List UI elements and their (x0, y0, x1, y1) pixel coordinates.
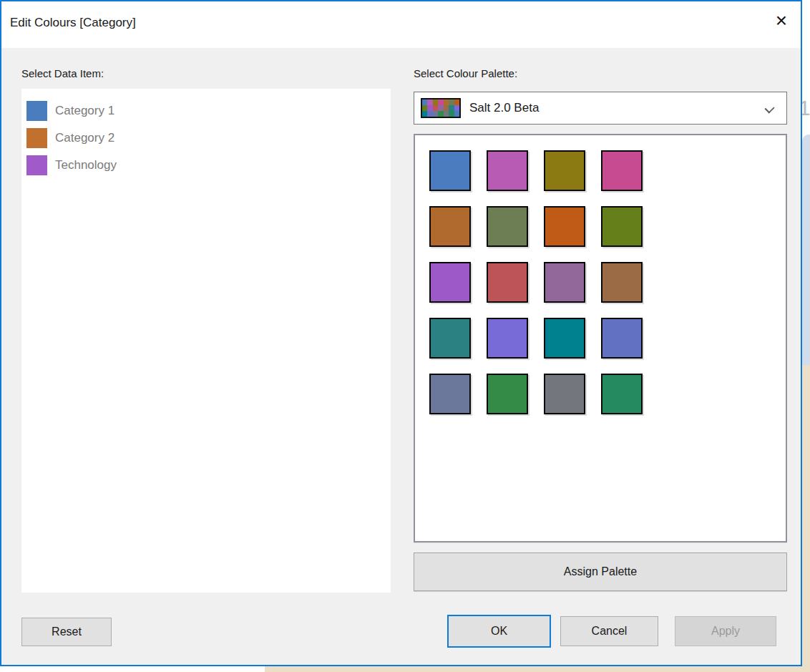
palette-swatch-panel (414, 134, 787, 542)
palette-swatch[interactable] (487, 150, 528, 191)
palette-swatch[interactable] (429, 318, 471, 359)
palette-swatch[interactable] (429, 206, 471, 247)
palette-swatch[interactable] (487, 318, 528, 359)
palette-preview-cell (444, 111, 449, 117)
palette-preview-cell (449, 99, 454, 105)
dialog-titlebar: Edit Colours [Category] × (1, 1, 801, 48)
close-icon[interactable]: × (771, 10, 792, 31)
select-colour-palette-label: Select Colour Palette: (414, 67, 517, 79)
palette-preview-cell (433, 99, 438, 105)
apply-button: Apply (675, 616, 776, 646)
palette-preview-cell (438, 105, 443, 111)
select-data-item-label: Select Data Item: (21, 67, 104, 79)
background-strip-beige (802, 365, 810, 672)
palette-preview-cell (449, 111, 454, 117)
palette-swatch[interactable] (544, 374, 585, 414)
data-item-row[interactable]: Technology (21, 152, 391, 179)
palette-preview-cell (422, 105, 427, 111)
chevron-down-icon (766, 104, 774, 112)
dialog-title: Edit Colours [Category] (10, 16, 136, 30)
palette-preview-cell (449, 105, 454, 111)
palette-preview-cell (454, 105, 459, 111)
palette-preview-cell (433, 105, 438, 111)
palette-swatch[interactable] (544, 150, 585, 191)
palette-swatch[interactable] (429, 374, 471, 414)
palette-preview-cell (444, 99, 449, 105)
palette-dropdown-value: Salt 2.0 Beta (469, 101, 539, 115)
palette-swatch[interactable] (601, 318, 643, 359)
data-item-colour-swatch (26, 128, 47, 148)
palette-preview-cell (422, 111, 427, 117)
palette-preview-cell (427, 111, 432, 117)
assign-palette-button[interactable]: Assign Palette (414, 552, 787, 591)
ok-button[interactable]: OK (447, 615, 551, 648)
palette-swatch[interactable] (429, 150, 471, 191)
palette-preview-cell (422, 99, 427, 105)
palette-swatch[interactable] (544, 206, 585, 247)
data-item-row[interactable]: Category 1 (21, 97, 391, 125)
palette-swatch[interactable] (429, 262, 471, 303)
palette-preview-cell (454, 111, 459, 117)
palette-preview-cell (433, 111, 438, 117)
palette-preview-cell (454, 99, 459, 105)
palette-preview-icon (421, 98, 461, 118)
data-item-row[interactable]: Category 2 (21, 125, 391, 152)
palette-preview-cell (444, 105, 449, 111)
palette-preview-cell (438, 111, 443, 117)
palette-swatch[interactable] (487, 206, 528, 247)
palette-swatch[interactable] (487, 374, 528, 414)
screen: 1 Edit Colours [Category] × Select Data … (0, 0, 810, 672)
data-item-list: Category 1Category 2Technology (21, 89, 391, 593)
data-item-label: Technology (55, 158, 117, 172)
background-bottom-beige (265, 666, 810, 672)
palette-preview-cell (427, 99, 432, 105)
palette-swatch[interactable] (601, 262, 643, 303)
palette-swatch[interactable] (544, 262, 585, 303)
palette-dropdown[interactable]: Salt 2.0 Beta (414, 92, 787, 125)
palette-swatch[interactable] (544, 318, 585, 359)
palette-preview-cell (438, 99, 443, 105)
data-item-label: Category 1 (55, 104, 114, 118)
palette-preview-cell (427, 105, 432, 111)
background-strip-blue-gray (802, 135, 810, 365)
palette-swatch-grid (415, 135, 786, 414)
palette-swatch[interactable] (601, 150, 643, 191)
edit-colours-dialog: Edit Colours [Category] × Select Data It… (0, 0, 802, 666)
data-item-colour-swatch (26, 101, 47, 121)
palette-swatch[interactable] (601, 374, 643, 414)
data-item-label: Category 2 (55, 131, 114, 145)
reset-button[interactable]: Reset (21, 618, 112, 646)
palette-swatch[interactable] (601, 206, 643, 247)
cancel-button[interactable]: Cancel (560, 616, 658, 646)
data-item-colour-swatch (26, 155, 47, 175)
palette-swatch[interactable] (487, 262, 528, 303)
